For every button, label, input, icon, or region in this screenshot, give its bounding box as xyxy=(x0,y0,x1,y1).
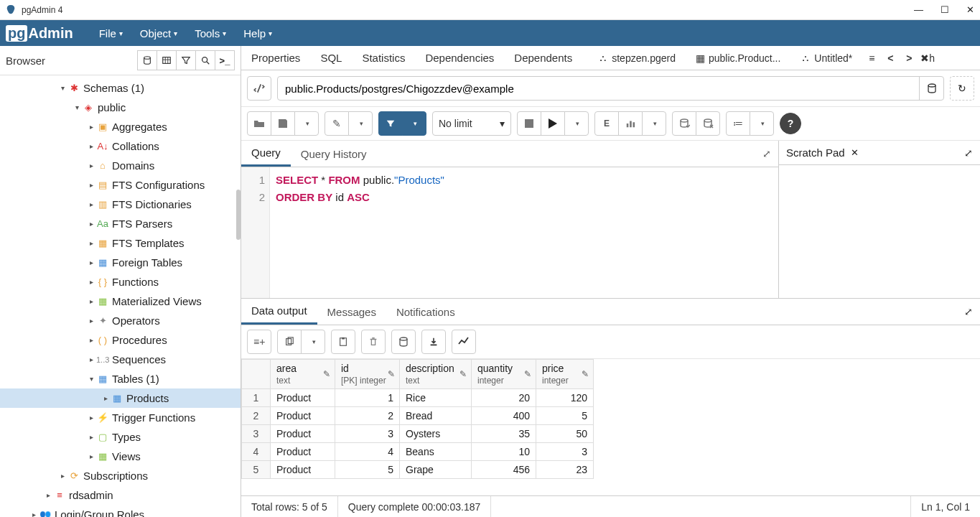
delete-button[interactable] xyxy=(361,330,386,354)
add-row-button[interactable]: ≡+ xyxy=(247,330,271,354)
tree-aggregates[interactable]: ▸▣Aggregates xyxy=(0,117,241,136)
tree-rdsadmin[interactable]: ▸≡rdsadmin xyxy=(0,485,241,505)
tab-query[interactable]: Query xyxy=(241,141,291,167)
tree-ftsdict[interactable]: ▸▥FTS Dictionaries xyxy=(0,195,241,214)
explain-button[interactable]: E xyxy=(594,111,619,136)
tab-messages[interactable]: Messages xyxy=(317,300,386,324)
tab-prev-icon[interactable]: < xyxy=(881,46,900,70)
tree-ftstemplates[interactable]: ▸▦FTS Templates xyxy=(0,233,241,253)
edit-col-icon[interactable]: ✎ xyxy=(459,369,467,379)
macros-button[interactable]: ≔ xyxy=(726,111,750,136)
chart-button[interactable] xyxy=(452,330,476,354)
col-id[interactable]: id[PK] integer✎ xyxy=(335,360,400,389)
download-button[interactable] xyxy=(421,330,446,354)
tree-logingroup[interactable]: ▸👥Login/Group Roles xyxy=(0,505,241,517)
scratch-body[interactable] xyxy=(779,165,980,298)
paste-button[interactable] xyxy=(331,330,355,354)
sql-editor[interactable]: 12 SELECT * FROM public."Products" ORDER… xyxy=(241,167,778,298)
edit-col-icon[interactable]: ✎ xyxy=(524,369,531,379)
tree-subscriptions[interactable]: ▸⟳Subscriptions xyxy=(0,466,241,485)
open-file-button[interactable] xyxy=(247,111,271,136)
run-dropdown[interactable]: ▾ xyxy=(564,111,589,136)
analyze-button[interactable] xyxy=(618,111,643,136)
copy-button[interactable] xyxy=(277,330,302,354)
table-row[interactable]: 5Product5Grape45623 xyxy=(242,461,594,479)
tree-schemas[interactable]: ▾✱Schemas (1) xyxy=(0,78,241,98)
save-button[interactable] xyxy=(271,111,295,136)
sidebar-tool-db-icon[interactable] xyxy=(137,50,157,70)
tab-dependents[interactable]: Dependents xyxy=(504,46,582,70)
sidebar-tool-table-icon[interactable] xyxy=(157,50,177,70)
commit-button[interactable] xyxy=(672,111,696,136)
menu-object[interactable]: Object▾ xyxy=(131,27,186,39)
connection-icon[interactable] xyxy=(247,76,271,101)
tab-properties[interactable]: Properties xyxy=(241,46,310,70)
tab-statistics[interactable]: Statistics xyxy=(352,46,415,70)
tab-file-public-product[interactable]: ▦public.Product... xyxy=(686,46,790,70)
col-quantity[interactable]: quantityinteger✎ xyxy=(472,360,536,389)
col-price[interactable]: priceinteger✎ xyxy=(536,360,594,389)
table-row[interactable]: 1Product1Rice20120 xyxy=(242,389,594,407)
menu-tools[interactable]: Tools▾ xyxy=(186,27,235,39)
limit-select[interactable]: No limit▾ xyxy=(432,111,511,136)
tree-ftsparsers[interactable]: ▸AaFTS Parsers xyxy=(0,214,241,233)
macros-dropdown[interactable]: ▾ xyxy=(750,111,774,136)
tree-types[interactable]: ▸▢Types xyxy=(0,427,241,447)
maximize-button[interactable]: ☐ xyxy=(941,4,949,15)
edit-button[interactable]: ✎ xyxy=(325,111,349,136)
tree-products[interactable]: ▸▦Products xyxy=(0,388,241,408)
tab-query-history[interactable]: Query History xyxy=(291,142,377,166)
scratch-close-icon[interactable]: ✕ xyxy=(851,147,859,158)
tree-domains[interactable]: ▸⌂Domains xyxy=(0,156,241,175)
tab-file-untitled[interactable]: ⛬Untitled* xyxy=(790,46,862,70)
tree-functions[interactable]: ▸{ }Functions xyxy=(0,272,241,292)
close-button[interactable]: ✕ xyxy=(966,4,974,15)
tab-tools-icon[interactable]: ✖h xyxy=(918,46,937,70)
result-grid[interactable]: areatext✎id[PK] integer✎descriptiontext✎… xyxy=(241,359,980,495)
help-button[interactable]: ? xyxy=(780,113,801,134)
col-description[interactable]: descriptiontext✎ xyxy=(400,360,472,389)
tree-matviews[interactable]: ▸▦Materialized Views xyxy=(0,292,241,311)
tab-file-stepzen[interactable]: ⛬stepzen.pgerd xyxy=(588,46,686,70)
connection-input[interactable] xyxy=(278,83,919,95)
tree-procedures[interactable]: ▸( )Procedures xyxy=(0,330,241,350)
tree-tables[interactable]: ▾▦Tables (1) xyxy=(0,369,241,388)
tree-views[interactable]: ▸▦Views xyxy=(0,447,241,466)
tree-public[interactable]: ▾◈public xyxy=(0,98,241,117)
run-button[interactable] xyxy=(541,111,565,136)
tab-sql[interactable]: SQL xyxy=(310,46,352,70)
sidebar-tool-terminal-icon[interactable]: >_ xyxy=(215,50,235,70)
tree-operators[interactable]: ▸✦Operators xyxy=(0,311,241,330)
explain-dropdown[interactable]: ▾ xyxy=(642,111,666,136)
tab-dependencies[interactable]: Dependencies xyxy=(415,46,504,70)
tree-collations[interactable]: ▸A↓Collations xyxy=(0,136,241,156)
editor-code[interactable]: SELECT * FROM public."Products" ORDER BY… xyxy=(270,167,778,298)
menu-help[interactable]: Help▾ xyxy=(235,27,281,39)
tree-foreigntables[interactable]: ▸▦Foreign Tables xyxy=(0,253,241,272)
edit-col-icon[interactable]: ✎ xyxy=(582,369,589,379)
sidebar-tool-search-icon[interactable] xyxy=(195,50,215,70)
filter-dropdown[interactable]: ▾ xyxy=(402,111,426,136)
edit-col-icon[interactable]: ✎ xyxy=(323,369,330,379)
tab-next-icon[interactable]: > xyxy=(900,46,918,70)
tree-triggerfunc[interactable]: ▸⚡Trigger Functions xyxy=(0,408,241,427)
output-expand-icon[interactable]: ⤢ xyxy=(957,302,980,322)
menu-file[interactable]: File▾ xyxy=(90,27,131,39)
table-row[interactable]: 2Product2Bread4005 xyxy=(242,407,594,425)
stop-button[interactable] xyxy=(517,111,541,136)
filter-button[interactable] xyxy=(378,111,403,136)
col-area[interactable]: areatext✎ xyxy=(271,360,335,389)
copy-dropdown[interactable]: ▾ xyxy=(301,330,325,354)
table-row[interactable]: 4Product4Beans103 xyxy=(242,443,594,461)
save-dropdown[interactable]: ▾ xyxy=(294,111,319,136)
sidebar-scrollbar[interactable] xyxy=(236,190,241,240)
object-tree[interactable]: ▾✱Schemas (1) ▾◈public ▸▣Aggregates ▸A↓C… xyxy=(0,75,241,517)
query-expand-icon[interactable]: ⤢ xyxy=(755,144,778,164)
tree-sequences[interactable]: ▸1..3Sequences xyxy=(0,350,241,369)
minimize-button[interactable]: — xyxy=(914,4,923,15)
db-indicator-icon[interactable]: ≡ xyxy=(862,46,881,70)
save-data-button[interactable] xyxy=(391,330,416,354)
scratch-expand-icon[interactable]: ⤢ xyxy=(964,147,973,159)
sidebar-tool-filter-icon[interactable] xyxy=(176,50,196,70)
table-row[interactable]: 3Product3Oysters3550 xyxy=(242,425,594,443)
